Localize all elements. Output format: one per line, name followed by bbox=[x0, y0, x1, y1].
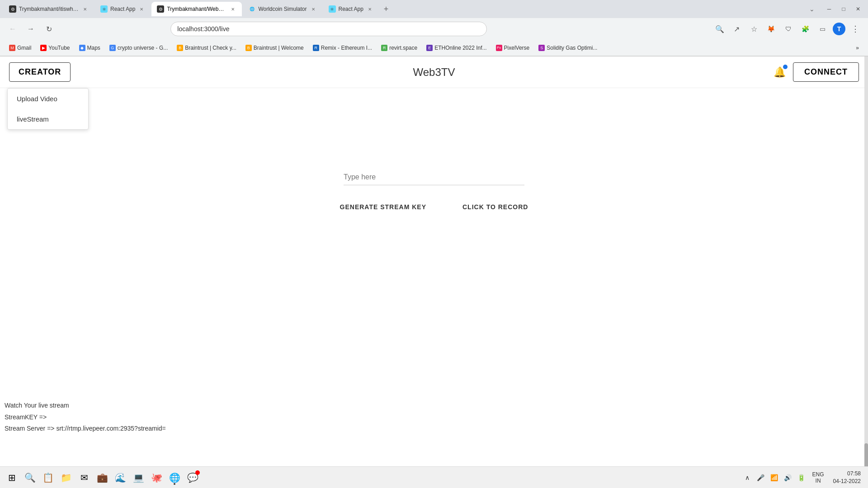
tray-volume-icon[interactable]: 🔊 bbox=[783, 472, 793, 483]
creator-dropdown: Upload Video liveStream bbox=[7, 88, 89, 130]
tab-5-close[interactable]: ✕ bbox=[366, 5, 373, 13]
extension-3-icon[interactable]: 🧩 bbox=[798, 22, 813, 36]
bookmark-revirt-label: revirt.space bbox=[389, 45, 417, 51]
tab-5[interactable]: ⚛ React App ✕ bbox=[323, 2, 379, 16]
tab-4-close[interactable]: ✕ bbox=[310, 5, 317, 13]
clock-time: 07:58 bbox=[833, 470, 861, 478]
tab-2-close[interactable]: ✕ bbox=[138, 5, 145, 13]
bookmark-icon[interactable]: ☆ bbox=[747, 22, 761, 36]
taskbar-mail[interactable]: ✉ bbox=[76, 469, 92, 486]
tray-up-arrow[interactable]: ∧ bbox=[742, 472, 753, 483]
taskbar-vscode[interactable]: 💻 bbox=[130, 469, 146, 486]
bookmark-youtube-label: YouTube bbox=[48, 45, 70, 51]
bookmark-maps[interactable]: ◆ Maps bbox=[75, 43, 104, 53]
taskbar-chrome[interactable]: 🌐 bbox=[166, 469, 183, 486]
app-area: CREATOR Web3TV 🔔 CONNECT Upload Video li… bbox=[0, 56, 868, 470]
ethonline-icon: E bbox=[426, 45, 433, 51]
tab-1[interactable]: ⚙ Trymbakmahant/itiswhatitis ✕ bbox=[4, 2, 94, 16]
extension-1-icon[interactable]: 🦊 bbox=[764, 22, 778, 36]
pixelverse-icon: Px bbox=[496, 45, 502, 51]
bookmark-remix-label: Remix - Ethereum I... bbox=[321, 45, 372, 51]
bookmarks-more-button[interactable]: » bbox=[852, 43, 863, 53]
bookmark-braintrust2[interactable]: B Braintrust | Welcome bbox=[242, 43, 307, 53]
start-button[interactable]: ⊞ bbox=[4, 469, 20, 486]
menu-icon[interactable]: ⋮ bbox=[848, 22, 863, 36]
action-buttons: GENERATE STREAM KEY CLICK TO RECORD bbox=[340, 203, 528, 211]
tab-5-title: React App bbox=[339, 6, 363, 12]
tab-more-button[interactable]: ⌄ bbox=[806, 3, 818, 15]
back-button[interactable]: ← bbox=[5, 22, 20, 36]
system-clock[interactable]: 07:58 04-12-2022 bbox=[830, 470, 864, 485]
tab-2[interactable]: ⚛ React App ✕ bbox=[95, 2, 151, 16]
extension-2-icon[interactable]: 🛡 bbox=[781, 22, 796, 36]
click-to-record-button[interactable]: CLICK TO RECORD bbox=[462, 203, 528, 211]
tab-4[interactable]: 🌐 Worldcoin Simulator ✕ bbox=[243, 2, 322, 16]
toolbar-icons: 🔍 ↗ ☆ 🦊 🛡 🧩 ▭ T ⋮ bbox=[712, 22, 863, 36]
taskbar-edge[interactable]: 🌊 bbox=[112, 469, 128, 486]
lang-text: ENG bbox=[812, 471, 824, 478]
dropdown-upload-video[interactable]: Upload Video bbox=[8, 89, 88, 109]
bookmark-braintrust1[interactable]: B Braintrust | Check y... bbox=[173, 43, 240, 53]
browser-chrome: ⚙ Trymbakmahant/itiswhatitis ✕ ⚛ React A… bbox=[0, 0, 868, 56]
bookmark-ethonline[interactable]: E ETHOnline 2022 Inf... bbox=[423, 43, 490, 53]
language-indicator[interactable]: ENG IN bbox=[811, 471, 826, 484]
refresh-button[interactable]: ↻ bbox=[42, 22, 56, 36]
creator-button[interactable]: CREATOR bbox=[9, 62, 71, 82]
maps-icon: ◆ bbox=[79, 45, 85, 51]
gmail-icon: M bbox=[9, 45, 15, 51]
notification-bell-wrapper[interactable]: 🔔 bbox=[774, 66, 786, 78]
tab-1-title: Trymbakmahant/itiswhatitis bbox=[19, 6, 79, 12]
share-icon[interactable]: ↗ bbox=[730, 22, 744, 36]
bookmark-youtube[interactable]: ▶ YouTube bbox=[37, 43, 73, 53]
type-here-input[interactable] bbox=[344, 169, 524, 185]
tab-3-close[interactable]: ✕ bbox=[229, 5, 236, 13]
bookmark-gmail-label: Gmail bbox=[17, 45, 31, 51]
taskbar-github[interactable]: 🐙 bbox=[148, 469, 165, 486]
locale-text: IN bbox=[812, 478, 824, 484]
main-content: GENERATE STREAM KEY CLICK TO RECORD bbox=[0, 88, 868, 211]
taskbar-file-manager[interactable]: 🔍 bbox=[22, 469, 38, 486]
taskbar-office[interactable]: 💼 bbox=[94, 469, 110, 486]
tray-battery-icon[interactable]: 🔋 bbox=[796, 472, 807, 483]
app-title: Web3TV bbox=[413, 66, 455, 79]
taskbar-right: ∧ 🎤 📶 🔊 🔋 ENG IN 07:58 04-12-2022 bbox=[742, 470, 864, 485]
forward-button[interactable]: → bbox=[24, 22, 38, 36]
bookmark-solidity[interactable]: S Solidity Gas Optimi... bbox=[535, 43, 601, 53]
bookmark-remix[interactable]: R Remix - Ethereum I... bbox=[309, 43, 376, 53]
connect-button[interactable]: CONNECT bbox=[793, 62, 859, 82]
bookmark-crypto-label: crypto universe - G... bbox=[118, 45, 168, 51]
solidity-icon: S bbox=[538, 45, 545, 51]
scrollbar[interactable] bbox=[864, 56, 868, 470]
tray-mic-icon[interactable]: 🎤 bbox=[755, 472, 766, 483]
bookmark-crypto[interactable]: G crypto universe - G... bbox=[106, 43, 171, 53]
tray-network-icon[interactable]: 📶 bbox=[769, 472, 780, 483]
generate-stream-key-button[interactable]: GENERATE STREAM KEY bbox=[340, 203, 426, 211]
dropdown-livestream[interactable]: liveStream bbox=[8, 109, 88, 129]
url-bar[interactable]: localhost:3000/live bbox=[170, 22, 487, 36]
header-right: 🔔 CONNECT bbox=[774, 62, 859, 82]
profile-avatar[interactable]: T bbox=[833, 23, 845, 35]
new-tab-button[interactable]: + bbox=[380, 3, 392, 15]
sidebar-icon[interactable]: ▭ bbox=[816, 22, 830, 36]
bookmark-pixelverse[interactable]: Px PixelVerse bbox=[492, 43, 533, 53]
taskbar-widgets[interactable]: 📋 bbox=[40, 469, 56, 486]
braintrust2-icon: B bbox=[245, 45, 252, 51]
search-icon[interactable]: 🔍 bbox=[712, 22, 727, 36]
bookmark-revirt[interactable]: R revirt.space bbox=[377, 43, 421, 53]
tab-1-close[interactable]: ✕ bbox=[81, 5, 89, 13]
minimize-button[interactable]: ─ bbox=[823, 3, 835, 15]
tab-3-favicon: ⚙ bbox=[157, 5, 164, 13]
bookmark-gmail[interactable]: M Gmail bbox=[5, 43, 35, 53]
tab-3[interactable]: ⚙ Trymbakmahant/Web3TV ✕ bbox=[151, 2, 242, 16]
bookmark-braintrust1-label: Braintrust | Check y... bbox=[185, 45, 236, 51]
discord-badge bbox=[195, 470, 200, 475]
taskbar-discord[interactable]: 💬 bbox=[184, 469, 201, 486]
maximize-button[interactable]: □ bbox=[837, 3, 850, 15]
tab-4-title: Worldcoin Simulator bbox=[258, 6, 307, 12]
taskbar-folder[interactable]: 📁 bbox=[58, 469, 74, 486]
close-button[interactable]: ✕ bbox=[852, 3, 864, 15]
crypto-icon: G bbox=[109, 45, 116, 51]
youtube-icon: ▶ bbox=[40, 45, 47, 51]
window-controls: ─ □ ✕ bbox=[823, 3, 864, 15]
tab-4-favicon: 🌐 bbox=[248, 5, 255, 13]
